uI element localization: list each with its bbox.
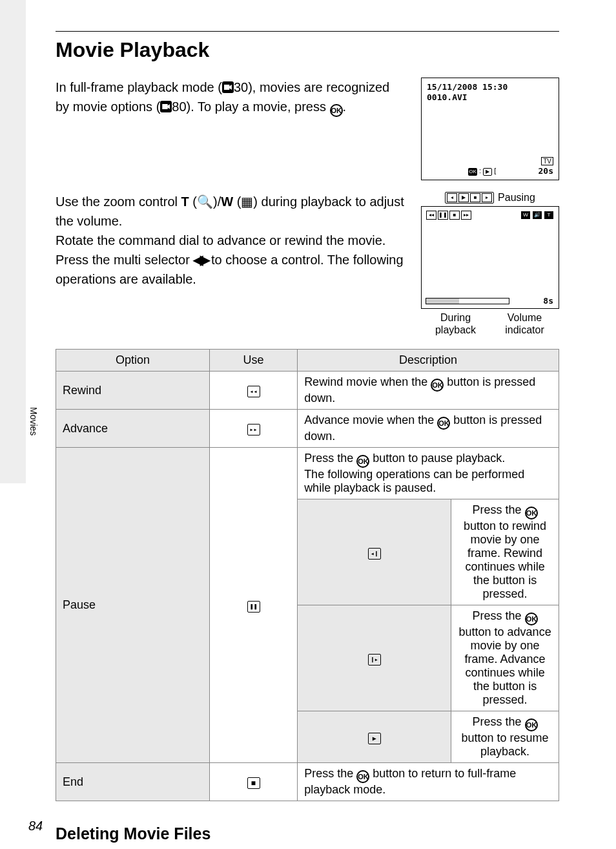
ok-button-icon: OK	[525, 507, 538, 519]
cell-option: Advance	[56, 410, 210, 448]
txt: The following operations can be performe…	[304, 468, 524, 494]
cell-desc: Press the OK button to pause playback.Th…	[298, 448, 559, 499]
cell-sub-icon: ❙▸	[298, 605, 451, 711]
intro-row: In full-frame playback mode (30), movies…	[56, 78, 559, 180]
playback-diagram: ◂ ▶ ■ ▸ Pausing ◂◂ ❚❚ ■ ▸▸ W	[421, 192, 559, 336]
cell-option: End	[56, 763, 210, 801]
frame-fwd-icon: ❙▸	[368, 654, 381, 666]
ok-button-icon: OK	[525, 613, 538, 625]
stop-icon: ■	[247, 777, 260, 789]
zoom-text: Use the zoom control T (🔍)/W (▦) during …	[56, 192, 406, 336]
ok-button-icon: OK	[525, 718, 538, 731]
pause-icon: ❚❚	[247, 601, 260, 613]
manual-page: Movies Movie Playback In full-frame play…	[0, 0, 616, 849]
advance-icon: ▸▸	[461, 211, 471, 220]
volume-indicator-icons: W 🔊 T	[520, 211, 555, 220]
table-row: Pause ❚❚ Press the OK button to pause pl…	[56, 448, 559, 499]
cell-desc: Press the OK button to return to full-fr…	[298, 763, 559, 801]
magnify-icon: 🔍	[197, 194, 213, 209]
speaker-icon: 🔊	[532, 211, 542, 220]
cell-use: ◂◂	[210, 372, 298, 410]
screen-tv-indicator: TV	[541, 157, 553, 165]
side-tab-label: Movies	[28, 407, 39, 435]
page-ref-icon	[160, 101, 172, 112]
txt: (	[189, 194, 197, 209]
diagram-bottom-labels: During playback Volume indicator	[421, 311, 559, 336]
txt: button to pause playback.	[369, 452, 505, 465]
volume-indicator-label: Volume indicator	[490, 311, 559, 336]
pausing-label: Pausing	[498, 192, 535, 204]
frame-back-icon: ◂❙	[368, 548, 381, 560]
cell-option: Pause	[56, 448, 210, 763]
intro-p1a: In full-frame playback mode (	[56, 80, 222, 94]
play-icon: ▶	[368, 733, 381, 744]
th-description: Description	[298, 350, 559, 372]
ok-button-icon: OK	[356, 455, 369, 468]
txt: Press the	[304, 452, 356, 465]
deleting-title: Deleting Movie Files	[56, 824, 559, 843]
cell-desc: Advance movie when the OK button is pres…	[298, 410, 559, 448]
table-header-row: Option Use Description	[56, 350, 559, 372]
txt: Use the zoom control	[56, 194, 181, 209]
zoom-p3: Rotate the command dial to advance or re…	[56, 231, 406, 250]
txt: Rewind movie when the	[304, 375, 431, 388]
page-title: Movie Playback	[56, 38, 559, 62]
rewind-icon: ◂◂	[247, 386, 260, 397]
cell-desc: Rewind movie when the OK button is press…	[298, 372, 559, 410]
content-area: Movie Playback In full-frame playback mo…	[56, 31, 559, 849]
left-right-arrows-icon: ◀▶	[193, 253, 207, 267]
controls-table: Option Use Description Rewind ◂◂ Rewind …	[56, 349, 559, 801]
screen-duration: 20s	[539, 166, 553, 176]
pause-icon: ❚❚	[438, 211, 448, 220]
table-row: Rewind ◂◂ Rewind movie when the OK butto…	[56, 372, 559, 410]
gray-margin-band	[0, 0, 26, 483]
cell-desc: Press the OK button to rewind movie by o…	[451, 499, 559, 605]
zoom-p4: Press the multi selector ◀▶ to choose a …	[56, 250, 406, 289]
progress-bar	[426, 298, 509, 304]
txt: Press the	[304, 767, 356, 780]
screen-filename: 0010.AVI	[427, 92, 467, 102]
ok-button-icon: OK	[356, 770, 369, 783]
txt: Press the	[473, 715, 525, 728]
frame-back-icon: ◂	[447, 193, 457, 202]
t-icon: T	[544, 211, 554, 220]
page-ref-icon	[222, 81, 234, 93]
txt: Press the	[473, 609, 525, 622]
table-row: Advance ▸▸ Advance movie when the OK but…	[56, 410, 559, 448]
cell-use: ■	[210, 763, 298, 801]
txt: Press the multi selector	[56, 253, 193, 267]
ok-button-icon: OK	[330, 104, 343, 117]
cell-option: Rewind	[56, 372, 210, 410]
txt: button to resume playback.	[462, 731, 549, 758]
cell-use: ▸▸	[210, 410, 298, 448]
advance-icon: ▸▸	[247, 424, 260, 435]
cell-sub-icon: ▶	[298, 711, 451, 763]
rewind-icon: ◂◂	[426, 211, 436, 220]
during-playback-label: During playback	[421, 311, 490, 336]
pausing-controls-callout: ◂ ▶ ■ ▸ Pausing	[421, 192, 559, 204]
table-row: End ■ Press the OK button to return to f…	[56, 763, 559, 801]
cell-use: ❚❚	[210, 448, 298, 763]
play-icon: ▶	[458, 193, 469, 202]
txt: Advance movie when the	[304, 414, 437, 426]
txt: (	[233, 194, 241, 209]
intro-p1c: 80). To play a movie, press	[172, 100, 329, 114]
control-group-pausing: ◂ ▶ ■ ▸	[445, 192, 494, 204]
top-rule	[56, 31, 559, 32]
page-number: 84	[28, 819, 43, 833]
cell-sub-icon: ◂❙	[298, 499, 451, 605]
thumbnail-icon: ▦	[241, 194, 253, 209]
stop-icon: ■	[449, 211, 460, 220]
intro-p1d: .	[343, 100, 347, 114]
txt: )/	[213, 194, 221, 209]
th-option: Option	[56, 350, 210, 372]
stop-icon: ■	[470, 193, 480, 202]
camera-screen-preview-1: 15/11/2008 15:30 0010.AVI TV 20s OK : ▶ …	[421, 78, 559, 180]
th-use: Use	[210, 350, 298, 372]
txt: button to advance movie by one frame. Ad…	[459, 625, 551, 706]
cell-desc: Press the OK button to resume playback.	[451, 711, 559, 763]
screen-date: 15/11/2008 15:30	[427, 82, 508, 92]
zoom-w-label: W	[221, 194, 233, 209]
zoom-p2: Use the zoom control T (🔍)/W (▦) during …	[56, 192, 406, 231]
ok-button-icon: OK	[437, 417, 450, 430]
